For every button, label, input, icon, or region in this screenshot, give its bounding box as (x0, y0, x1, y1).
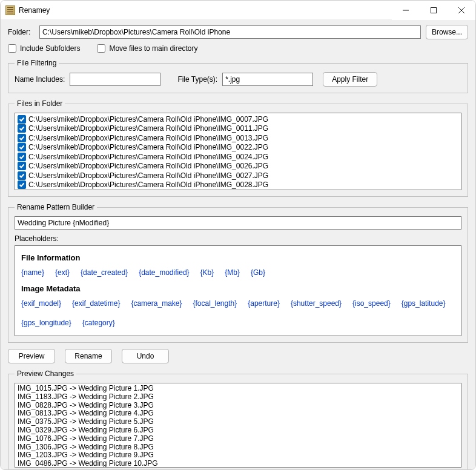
file-path: C:\Users\mikeb\Dropbox\Pictures\Camera R… (28, 180, 268, 189)
preview-row: IMG_0486.JPG -> Wedding Picture 10.JPG (18, 460, 458, 468)
file-checkbox[interactable] (18, 171, 26, 180)
name-includes-label: Name Includes: (15, 75, 65, 84)
file-types-label: File Type(s): (177, 75, 217, 84)
placeholder-link[interactable]: {date_created} (81, 268, 128, 277)
name-includes-input[interactable] (70, 73, 160, 86)
titlebar: Renamey (1, 1, 475, 20)
file-checkbox[interactable] (18, 115, 26, 124)
file-checkbox[interactable] (18, 124, 26, 133)
preview-changes-legend: Preview Changes (15, 369, 76, 378)
file-row[interactable]: C:\Users\mikeb\Dropbox\Pictures\Camera R… (18, 114, 458, 124)
window-controls (392, 1, 475, 20)
file-row[interactable]: C:\Users\mikeb\Dropbox\Pictures\Camera R… (18, 133, 458, 143)
file-filtering-group: File Filtering Name Includes: File Type(… (8, 59, 468, 93)
preview-row: IMG_1203.JPG -> Wedding Picture 9.JPG (18, 451, 458, 460)
placeholder-link[interactable]: {exif_model} (21, 299, 61, 308)
rename-pattern-legend: Rename Pattern Builder (15, 203, 97, 211)
file-row[interactable]: C:\Users\mikeb\Dropbox\Pictures\Camera R… (18, 152, 458, 162)
action-buttons: Preview Rename Undo (8, 349, 468, 363)
preview-row: IMG_0813.JPG -> Wedding Picture 4.JPG (18, 409, 458, 418)
placeholder-link[interactable]: {shutter_speed} (291, 299, 342, 308)
file-path: C:\Users\mikeb\Dropbox\Pictures\Camera R… (28, 153, 268, 161)
preview-row: IMG_1076.JPG -> Wedding Picture 7.JPG (18, 435, 458, 443)
include-subfolders-input[interactable] (8, 44, 16, 53)
placeholder-link[interactable]: {name} (21, 268, 44, 277)
file-checkbox[interactable] (18, 143, 26, 151)
file-path: C:\Users\mikeb\Dropbox\Pictures\Camera R… (28, 124, 268, 133)
minimize-button[interactable] (392, 1, 420, 20)
file-path: C:\Users\mikeb\Dropbox\Pictures\Camera R… (28, 143, 268, 151)
file-row[interactable]: C:\Users\mikeb\Dropbox\Pictures\Camera R… (18, 171, 458, 180)
app-icon (5, 5, 15, 15)
files-list[interactable]: C:\Users\mikeb\Dropbox\Pictures\Camera R… (15, 113, 461, 190)
include-subfolders-label: Include Subfolders (20, 44, 80, 53)
preview-changes-group: Preview Changes IMG_1015.JPG -> Wedding … (8, 369, 468, 470)
preview-row: IMG_1183.JPG -> Wedding Picture 2.JPG (18, 393, 458, 402)
file-checkbox[interactable] (18, 134, 26, 142)
folder-label: Folder: (8, 28, 35, 36)
move-files-label: Move files to main directory (109, 44, 197, 53)
svg-rect-1 (431, 7, 437, 13)
preview-list[interactable]: IMG_1015.JPG -> Wedding Picture 1.JPGIMG… (15, 383, 461, 468)
preview-row: IMG_0375.JPG -> Wedding Picture 5.JPG (18, 418, 458, 426)
close-icon (458, 7, 464, 13)
browse-button[interactable]: Browse... (426, 25, 468, 39)
preview-row: IMG_1306.JPG -> Wedding Picture 8.JPG (18, 443, 458, 452)
file-filtering-legend: File Filtering (15, 59, 59, 67)
placeholder-link[interactable]: {focal_length} (193, 299, 237, 308)
window-title: Renamey (19, 6, 50, 15)
file-path: C:\Users\mikeb\Dropbox\Pictures\Camera R… (28, 162, 268, 170)
file-row[interactable]: C:\Users\mikeb\Dropbox\Pictures\Camera R… (18, 143, 458, 153)
placeholders-label: Placeholders: (15, 234, 461, 243)
file-path: C:\Users\mikeb\Dropbox\Pictures\Camera R… (28, 115, 268, 124)
maximize-icon (431, 7, 437, 13)
close-button[interactable] (448, 1, 475, 20)
file-info-placeholders: {name}{ext}{date_created}{date_modified}… (21, 268, 455, 277)
placeholder-link[interactable]: {gps_latitude} (402, 299, 446, 308)
folder-input[interactable] (39, 25, 421, 39)
placeholder-link[interactable]: {aperture} (248, 299, 280, 308)
file-checkbox[interactable] (18, 162, 26, 170)
file-path: C:\Users\mikeb\Dropbox\Pictures\Camera R… (28, 171, 268, 180)
image-meta-placeholders: {exif_model}{exif_datetime}{camera_make}… (21, 299, 455, 327)
file-path: C:\Users\mikeb\Dropbox\Pictures\Camera R… (28, 134, 268, 142)
placeholder-link[interactable]: {gps_longitude} (21, 319, 71, 327)
pattern-input[interactable] (15, 216, 461, 230)
file-row[interactable]: C:\Users\mikeb\Dropbox\Pictures\Camera R… (18, 180, 458, 190)
file-types-input[interactable] (222, 73, 313, 86)
include-subfolders-checkbox[interactable]: Include Subfolders (8, 44, 80, 53)
move-files-checkbox[interactable]: Move files to main directory (97, 44, 197, 53)
folder-row: Folder: Browse... (8, 25, 468, 39)
options-row: Include Subfolders Move files to main di… (8, 44, 468, 53)
placeholder-link[interactable]: {iso_speed} (352, 299, 391, 308)
preview-row: IMG_0329.JPG -> Wedding Picture 6.JPG (18, 426, 458, 435)
minimize-icon (403, 7, 409, 13)
undo-button[interactable]: Undo (122, 349, 169, 363)
placeholder-link[interactable]: {exif_datetime} (72, 299, 120, 308)
placeholder-link[interactable]: {Gb} (251, 268, 265, 277)
file-row[interactable]: C:\Users\mikeb\Dropbox\Pictures\Camera R… (18, 162, 458, 171)
preview-row: IMG_1015.JPG -> Wedding Picture 1.JPG (18, 385, 458, 393)
files-in-folder-legend: Files in Folder (15, 99, 65, 108)
placeholder-link[interactable]: {Kb} (200, 268, 214, 277)
files-in-folder-group: Files in Folder C:\Users\mikeb\Dropbox\P… (8, 99, 468, 197)
placeholder-link[interactable]: {ext} (55, 268, 70, 277)
placeholder-link[interactable]: {Mb} (225, 268, 240, 277)
placeholders-panel[interactable]: File Information {name}{ext}{date_create… (15, 245, 461, 336)
apply-filter-button[interactable]: Apply Filter (323, 72, 377, 87)
file-row[interactable]: C:\Users\mikeb\Dropbox\Pictures\Camera R… (18, 124, 458, 134)
file-checkbox[interactable] (18, 153, 26, 161)
content-area: Folder: Browse... Include Subfolders Mov… (1, 20, 475, 470)
file-checkbox[interactable] (18, 180, 26, 189)
file-info-heading: File Information (21, 253, 455, 262)
move-files-input[interactable] (97, 44, 105, 53)
preview-row: IMG_0828.JPG -> Wedding Picture 3.JPG (18, 402, 458, 410)
placeholder-link[interactable]: {category} (82, 319, 115, 327)
placeholder-link[interactable]: {camera_make} (131, 299, 182, 308)
preview-button[interactable]: Preview (8, 349, 55, 363)
image-meta-heading: Image Metadata (21, 284, 455, 293)
rename-pattern-group: Rename Pattern Builder Placeholders: Fil… (8, 203, 468, 343)
maximize-button[interactable] (420, 1, 448, 20)
placeholder-link[interactable]: {date_modified} (139, 268, 189, 277)
rename-button[interactable]: Rename (65, 349, 112, 363)
